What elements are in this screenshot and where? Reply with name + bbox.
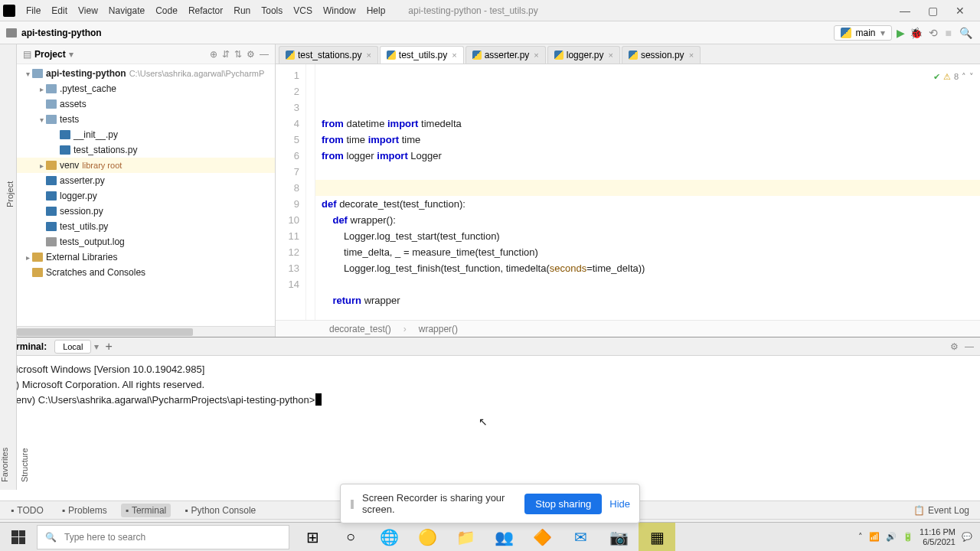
close-tab-icon[interactable]: × — [366, 51, 371, 60]
taskbar-search[interactable]: 🔍 Type here to search — [37, 525, 289, 549]
editor-breadcrumb[interactable]: decorate_test()›wrapper() — [276, 320, 980, 337]
outlook-icon[interactable]: ✉ — [562, 523, 599, 552]
tree-item[interactable]: __init__.py — [17, 127, 275, 142]
menu-item-navigate[interactable]: Navigate — [104, 4, 149, 18]
code-editor[interactable]: ✔ ⚠ 8 ˄ ˅ from datetime import timedelta… — [315, 64, 980, 320]
menu-item-refactor[interactable]: Refactor — [184, 4, 227, 18]
project-name-breadcrumb[interactable]: api-testing-python — [21, 28, 102, 38]
start-button[interactable] — [0, 523, 37, 551]
tree-item[interactable]: test_utils.py — [17, 219, 275, 234]
close-tab-icon[interactable]: × — [534, 51, 538, 60]
terminal-tab[interactable]: Local — [54, 340, 91, 354]
tool-window-python-console[interactable]: ▪Python Console — [180, 504, 260, 517]
menu-item-view[interactable]: View — [74, 4, 103, 18]
maximize-button[interactable]: ▢ — [922, 3, 943, 18]
menu-item-edit[interactable]: Edit — [47, 4, 72, 18]
search-icon: 🔍 — [45, 532, 57, 543]
tree-item[interactable]: ▸venvlibrary root — [17, 158, 275, 173]
run-button[interactable]: ▶ — [897, 27, 905, 39]
tree-item[interactable]: session.py — [17, 204, 275, 219]
chevron-up-icon[interactable]: ˄ — [962, 69, 966, 85]
editor-body[interactable]: 1234567891011121314 ✔ ⚠ 8 ˄ ˅ from datet… — [276, 64, 980, 320]
breadcrumb-item[interactable]: wrapper() — [419, 324, 458, 334]
tree-root[interactable]: ▾ api-testing-python C:\Users\ashrika.ag… — [17, 66, 275, 81]
chrome-icon[interactable]: 🟡 — [409, 523, 446, 552]
tree-item[interactable]: ▾tests — [17, 112, 275, 127]
tool-window-problems[interactable]: ▪Problems — [57, 504, 112, 517]
task-view-icon[interactable]: ⊞ — [294, 523, 331, 552]
tray-chevron-icon[interactable]: ˄ — [858, 532, 863, 542]
hide-panel-icon[interactable]: — — [260, 49, 269, 60]
structure-tool-tab[interactable]: Structure — [20, 337, 29, 482]
tray-clock[interactable]: 11:16 PM 6/5/2021 — [920, 527, 956, 547]
project-panel-title[interactable]: Project — [34, 49, 66, 60]
tree-item[interactable]: tests_output.log — [17, 234, 275, 249]
tray-volume-icon[interactable]: 🔊 — [886, 532, 897, 542]
close-tab-icon[interactable]: × — [689, 51, 694, 60]
edge-icon[interactable]: 🌐 — [371, 523, 407, 552]
notifications-icon[interactable]: 💬 — [962, 532, 972, 542]
breadcrumb-item[interactable]: decorate_test() — [329, 324, 391, 334]
stop-button[interactable]: ■ — [944, 27, 953, 39]
minimize-button[interactable]: ― — [894, 3, 916, 18]
coverage-button[interactable]: ⟲ — [927, 27, 939, 39]
tree-item[interactable]: test_stations.py — [17, 142, 275, 158]
chevron-down-icon[interactable]: ▾ — [69, 49, 74, 60]
run-configuration-selector[interactable]: main ▾ — [834, 25, 892, 41]
hide-terminal-icon[interactable]: — — [965, 341, 974, 352]
editor-tab[interactable]: session.py× — [622, 46, 701, 64]
tree-item[interactable]: assets — [17, 96, 275, 112]
pycharm-icon[interactable]: ▦ — [639, 523, 675, 552]
menu-item-window[interactable]: Window — [318, 4, 361, 18]
tool-window-terminal[interactable]: ▪Terminal — [121, 504, 172, 517]
inspection-widget[interactable]: ✔ ⚠ 8 ˄ ˅ — [933, 69, 974, 85]
menu-item-help[interactable]: Help — [362, 4, 390, 18]
fold-gutter[interactable] — [306, 64, 315, 320]
expand-all-icon[interactable]: ⇵ — [222, 49, 230, 60]
tray-battery-icon[interactable]: 🔋 — [903, 532, 913, 542]
system-tray[interactable]: ˄ 📶 🔊 🔋 11:16 PM 6/5/2021 💬 — [851, 527, 980, 547]
menu-item-file[interactable]: File — [21, 4, 45, 18]
editor-tab[interactable]: asserter.py× — [466, 46, 546, 64]
debug-button[interactable]: 🐞 — [910, 27, 923, 39]
menu-item-code[interactable]: Code — [151, 4, 182, 18]
favorites-tool-tab[interactable]: Favorites — [0, 337, 9, 482]
editor-tab[interactable]: logger.py× — [547, 46, 620, 64]
teams-icon[interactable]: 👥 — [485, 523, 522, 552]
close-tab-icon[interactable]: × — [452, 51, 456, 60]
close-button[interactable]: ✕ — [949, 3, 971, 18]
project-tool-tab[interactable]: Project — [4, 52, 16, 337]
cortana-icon[interactable]: ○ — [332, 523, 369, 552]
horizontal-scrollbar[interactable] — [17, 326, 275, 337]
locate-file-icon[interactable]: ⊕ — [210, 49, 217, 60]
scratches-consoles[interactable]: Scratches and Consoles — [17, 265, 275, 280]
tray-wifi-icon[interactable]: 📶 — [869, 532, 880, 542]
settings-icon[interactable]: ⚙ — [247, 49, 255, 60]
close-tab-icon[interactable]: × — [608, 51, 612, 60]
chevron-down-icon[interactable]: ˅ — [969, 69, 974, 85]
stop-sharing-button[interactable]: Stop sharing — [524, 494, 602, 514]
tree-item[interactable]: logger.py — [17, 188, 275, 204]
app-icon-1[interactable]: 🔶 — [524, 523, 560, 552]
terminal-tab-dropdown[interactable]: ▾ — [94, 341, 99, 352]
add-terminal-button[interactable]: + — [105, 340, 112, 354]
search-everywhere-button[interactable]: 🔍 — [958, 27, 974, 39]
explorer-icon[interactable]: 📁 — [447, 523, 484, 552]
menu-item-run[interactable]: Run — [229, 4, 255, 18]
collapse-all-icon[interactable]: ⇅ — [234, 49, 242, 60]
menu-item-vcs[interactable]: VCS — [289, 4, 317, 18]
tool-window-todo[interactable]: ▪TODO — [6, 504, 48, 517]
project-tree[interactable]: ▾ api-testing-python C:\Users\ashrika.ag… — [17, 64, 275, 326]
tree-item[interactable]: ▸.pytest_cache — [17, 81, 275, 96]
terminal-settings-icon[interactable]: ⚙ — [950, 341, 959, 352]
tree-item[interactable]: asserter.py — [17, 173, 275, 188]
terminal-body[interactable]: Microsoft Windows [Version 10.0.19042.98… — [0, 356, 980, 500]
camera-icon[interactable]: 📷 — [600, 523, 637, 552]
editor-tab[interactable]: test_utils.py× — [380, 46, 464, 64]
external-libraries[interactable]: ▸ External Libraries — [17, 249, 275, 265]
project-panel-header: ▤ Project ▾ ⊕ ⇵ ⇅ ⚙ — — [17, 44, 275, 64]
menu-item-tools[interactable]: Tools — [256, 4, 287, 18]
editor-tab[interactable]: test_stations.py× — [279, 46, 378, 64]
event-log-button[interactable]: 📋Event Log — [909, 504, 974, 517]
hide-notification-link[interactable]: Hide — [609, 498, 630, 510]
